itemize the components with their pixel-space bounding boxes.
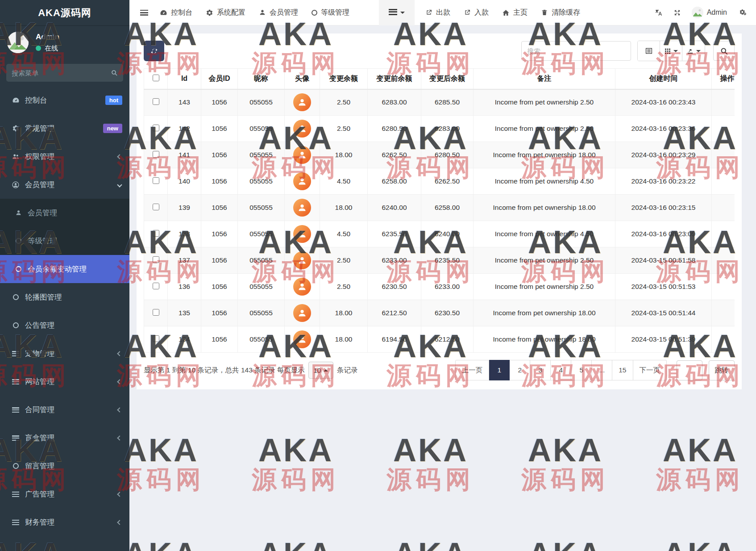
sidebar-item-general[interactable]: 常规管理new xyxy=(0,114,129,142)
page-jump-input[interactable] xyxy=(677,360,702,380)
admin-avatar xyxy=(692,7,703,18)
page-button-1[interactable]: 1 xyxy=(489,360,510,380)
settings-button[interactable] xyxy=(739,8,747,17)
nav-label-deposit: 入款 xyxy=(474,8,489,17)
search-icon xyxy=(720,47,728,55)
sidebar-item-balance[interactable]: 会员余额变动管理 xyxy=(0,255,129,283)
nav-item-withdraw[interactable]: 出款 xyxy=(425,8,450,17)
columns-button[interactable] xyxy=(660,41,682,61)
user-avatar[interactable] xyxy=(7,32,29,53)
page-button-3[interactable]: 3 xyxy=(530,360,551,380)
cell-balance-after: 6262.50 xyxy=(421,168,474,195)
pagination: 上一页12345...15下一页 跳转 xyxy=(455,360,735,380)
sidebar-item-blindbox[interactable]: 盲盒管理 xyxy=(0,424,129,452)
cell-remark: Income from pet ownership 4.50 xyxy=(474,221,615,247)
column-header: 头像 xyxy=(285,69,320,89)
sidebar-item-pet[interactable]: 宠物管理 xyxy=(0,339,129,367)
row-checkbox[interactable] xyxy=(153,256,159,263)
search-submit-button[interactable] xyxy=(713,41,735,61)
hamburger-icon[interactable] xyxy=(140,10,148,16)
nav-item-home[interactable]: 主页 xyxy=(502,8,528,17)
row-checkbox[interactable] xyxy=(153,125,159,131)
table-search-input[interactable] xyxy=(521,41,631,61)
nav-item-deposit[interactable]: 入款 xyxy=(464,8,489,17)
sidebar-item-permission[interactable]: 权限管理 xyxy=(0,142,129,171)
sidebar-item-contract[interactable]: 合同管理 xyxy=(0,396,129,424)
page-button-5[interactable]: 5 xyxy=(571,360,592,380)
detail-view-icon xyxy=(645,47,653,55)
cell-balance-before: 6230.50 xyxy=(368,274,421,300)
cell-checkbox xyxy=(144,168,168,195)
nav-item-system-config[interactable]: 系统配置 xyxy=(206,8,245,17)
page-button-下一页[interactable]: 下一页 xyxy=(633,360,667,380)
caret-down-icon xyxy=(400,12,405,14)
row-checkbox[interactable] xyxy=(153,177,159,184)
cell-change-amount: 18.00 xyxy=(320,195,368,221)
cell-balance-before: 6212.50 xyxy=(368,300,421,326)
cell-balance-after: 6283.00 xyxy=(421,116,474,142)
cell-created-time: 2024-03-16 00:23:15 xyxy=(615,195,712,221)
page-button-...[interactable]: ... xyxy=(592,360,612,380)
language-button[interactable] xyxy=(655,8,663,17)
page-button-4[interactable]: 4 xyxy=(551,360,571,380)
sidebar-item-site[interactable]: 网站管理 xyxy=(0,367,129,396)
admin-menu[interactable]: Admin xyxy=(692,7,727,18)
row-checkbox[interactable] xyxy=(153,98,159,105)
row-checkbox[interactable] xyxy=(153,230,159,237)
cell-avatar xyxy=(285,116,320,142)
page-button-2[interactable]: 2 xyxy=(510,360,530,380)
cell-checkbox xyxy=(144,142,168,168)
sidebar-search-input[interactable] xyxy=(12,69,111,77)
sidebar-item-member[interactable]: 会员管理 xyxy=(0,171,129,199)
page-button-上一页[interactable]: 上一页 xyxy=(455,360,490,380)
table-body: 14310560550552.506283.006285.50Income fr… xyxy=(144,89,735,353)
sidebar-menu: 控制台hot常规管理new权限管理会员管理会员管理等级管理会员余额变动管理轮播图… xyxy=(0,86,129,536)
cell-avatar xyxy=(285,142,320,168)
sidebar-item-dashboard[interactable]: 控制台hot xyxy=(0,86,129,114)
sidebar-item-label: 宠物管理 xyxy=(25,349,54,359)
nav-item-clear-cache[interactable]: 清除缓存 xyxy=(541,8,580,17)
search-icon[interactable] xyxy=(111,69,118,76)
row-checkbox[interactable] xyxy=(153,335,159,342)
member-avatar-icon xyxy=(293,225,311,243)
sidebar-item-carousel[interactable]: 轮播图管理 xyxy=(0,283,129,311)
circle-icon xyxy=(312,10,317,16)
home-icon xyxy=(502,9,510,17)
table-footer: 显示第 1 到第 10 条记录，总共 143 条记录 每页显示 10 条记录 上… xyxy=(144,360,735,380)
cell-actions xyxy=(712,142,735,168)
cell-id: 136 xyxy=(168,274,201,300)
table-row: 14010560550554.506258.006262.50Income fr… xyxy=(144,168,735,195)
user-icon xyxy=(259,9,266,16)
cell-checkbox xyxy=(144,116,168,142)
sidebar-item-level[interactable]: 等级管理 xyxy=(0,227,129,255)
select-all-checkbox[interactable] xyxy=(153,75,159,81)
row-checkbox[interactable] xyxy=(153,151,159,158)
sidebar-item-finance[interactable]: 财务管理 xyxy=(0,508,129,536)
cell-id: 139 xyxy=(168,195,201,221)
sidebar-item-ad[interactable]: 广告管理 xyxy=(0,480,129,508)
cell-member-id: 1056 xyxy=(201,89,238,116)
nav-item-level-mgmt[interactable]: 等级管理 xyxy=(312,8,349,17)
cell-nickname: 055055 xyxy=(238,274,285,300)
row-checkbox[interactable] xyxy=(153,309,159,316)
cell-balance-before: 6240.00 xyxy=(368,195,421,221)
sidebar-item-message[interactable]: 留言管理 xyxy=(0,452,129,480)
cell-id: 138 xyxy=(168,221,201,247)
fullscreen-button[interactable] xyxy=(673,9,681,17)
row-checkbox[interactable] xyxy=(153,204,159,210)
page-button-15[interactable]: 15 xyxy=(612,360,633,380)
sidebar-item-member-list[interactable]: 会员管理 xyxy=(0,199,129,227)
sidebar-item-notice[interactable]: 公告管理 xyxy=(0,311,129,339)
page-jump-button[interactable]: 跳转 xyxy=(709,360,735,380)
refresh-button[interactable] xyxy=(144,41,164,61)
menu-list-dropdown[interactable] xyxy=(379,0,415,25)
per-page-select[interactable]: 10 xyxy=(308,362,333,379)
cell-avatar xyxy=(285,300,320,326)
cell-avatar xyxy=(285,195,320,221)
toolbar xyxy=(144,41,735,61)
nav-item-dashboard[interactable]: 控制台 xyxy=(160,8,192,17)
export-button[interactable] xyxy=(682,41,705,61)
nav-item-member-mgmt[interactable]: 会员管理 xyxy=(259,8,298,17)
row-checkbox[interactable] xyxy=(153,283,159,289)
detail-view-button[interactable] xyxy=(638,41,660,61)
